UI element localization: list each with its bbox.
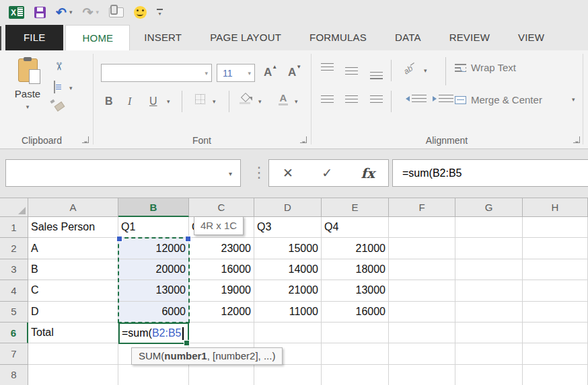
cell-H2[interactable] (523, 238, 588, 259)
cell-G3[interactable] (455, 259, 523, 280)
cell-F7[interactable] (389, 343, 455, 364)
cell-E1[interactable]: Q4 (322, 217, 389, 238)
font-size-combobox[interactable]: 11 ▾ (217, 64, 255, 82)
increase-font-size-button[interactable]: A▲ (264, 67, 272, 78)
font-name-combobox[interactable]: ▾ (101, 64, 212, 82)
cell-D4[interactable]: 21000 (254, 280, 322, 301)
fill-handle-icon[interactable] (184, 340, 190, 346)
cell-A6[interactable]: Total (28, 323, 118, 343)
cell-C4[interactable]: 19000 (189, 280, 254, 301)
tab-home[interactable]: HOME (65, 25, 130, 50)
insert-function-icon[interactable]: fx (361, 165, 375, 181)
cell-B4[interactable]: 13000 (118, 280, 189, 301)
cell-G7[interactable] (455, 343, 523, 364)
fill-color-icon[interactable] (240, 93, 253, 104)
top-align-icon[interactable] (321, 62, 334, 71)
bottom-align-icon[interactable] (370, 71, 383, 79)
borders-icon[interactable] (195, 94, 205, 104)
underline-button[interactable]: U (149, 96, 157, 107)
save-icon[interactable] (34, 7, 46, 18)
select-all-corner[interactable] (0, 198, 28, 217)
cell-E5[interactable]: 16000 (322, 302, 389, 323)
tab-data[interactable]: DATA (381, 25, 435, 50)
cell-A5[interactable]: D (28, 302, 118, 323)
font-size-dropdown-icon[interactable]: ▾ (248, 70, 251, 76)
cell-G6[interactable] (455, 323, 523, 343)
excel-app-icon[interactable]: X (9, 6, 24, 19)
cell-F5[interactable] (389, 302, 455, 323)
cell-H6[interactable] (523, 323, 588, 343)
cell-A7[interactable] (28, 343, 118, 364)
cell-G8[interactable] (455, 365, 523, 385)
formula-bar-resize-handle[interactable]: ⋮ (252, 159, 266, 186)
cancel-icon[interactable]: ✕ (283, 165, 293, 181)
cell-A2[interactable]: A (28, 238, 118, 259)
redo-dropdown-icon[interactable]: ▾ (96, 9, 99, 15)
cell-A1[interactable]: Sales Person (28, 217, 118, 238)
font-name-dropdown-icon[interactable]: ▾ (205, 70, 208, 76)
col-header-G[interactable]: G (455, 198, 523, 217)
cell-E4[interactable]: 13000 (322, 280, 389, 301)
cell-C2[interactable]: 23000 (189, 238, 254, 259)
col-header-D[interactable]: D (254, 198, 322, 217)
cell-B8[interactable] (118, 365, 189, 385)
cell-H3[interactable] (523, 259, 588, 280)
undo-button[interactable]: ↶ ▾ (56, 6, 72, 19)
enter-icon[interactable]: ✓ (322, 165, 332, 181)
cell-H4[interactable] (523, 280, 588, 301)
cut-icon[interactable]: ✂ (53, 62, 64, 71)
font-dialog-launcher-icon[interactable] (300, 136, 307, 143)
copy-icon[interactable] (54, 81, 55, 93)
customize-qat-icon[interactable]: ▾ (157, 9, 163, 17)
row-header-3[interactable]: 3 (0, 259, 28, 280)
col-header-C[interactable]: C (189, 198, 254, 217)
cell-B1[interactable]: Q1 (118, 217, 189, 238)
cell-E3[interactable]: 18000 (322, 259, 389, 280)
cell-F6[interactable] (389, 323, 455, 343)
row-header-4[interactable]: 4 (0, 280, 28, 301)
cell-D3[interactable]: 14000 (254, 259, 322, 280)
font-color-dropdown-icon[interactable]: ▾ (295, 99, 298, 105)
borders-dropdown-icon[interactable]: ▾ (213, 99, 216, 105)
cell-E8[interactable] (322, 365, 389, 385)
cell-A3[interactable]: B (28, 259, 118, 280)
paste-dropdown-icon[interactable]: ▾ (26, 104, 30, 110)
col-header-B[interactable]: B (118, 198, 189, 217)
cell-B5[interactable]: 6000 (118, 302, 189, 323)
cell-H7[interactable] (523, 343, 588, 364)
tab-formulas[interactable]: FORMULAS (295, 25, 381, 50)
cell-D8[interactable] (254, 365, 322, 385)
cell-G4[interactable] (455, 280, 523, 301)
cell-B3[interactable]: 20000 (118, 259, 189, 280)
fill-color-dropdown-icon[interactable]: ▾ (258, 99, 262, 105)
cell-G2[interactable] (455, 238, 523, 259)
redo-button[interactable]: ↷ ▾ (82, 6, 98, 19)
tab-file[interactable]: FILE (5, 25, 63, 50)
row-header-5[interactable]: 5 (0, 302, 28, 323)
middle-align-icon[interactable] (345, 67, 358, 75)
cell-C6[interactable] (189, 323, 254, 343)
cell-D5[interactable]: 11000 (254, 302, 322, 323)
cell-A4[interactable]: C (28, 280, 118, 301)
orientation-icon[interactable]: ab (402, 63, 414, 76)
font-color-icon[interactable]: A (277, 93, 289, 105)
cell-G5[interactable] (455, 302, 523, 323)
cell-D2[interactable]: 15000 (254, 238, 322, 259)
merge-center-button[interactable]: Merge & Center (471, 94, 542, 105)
row-header-2[interactable]: 2 (0, 238, 28, 259)
clipboard-dialog-launcher-icon[interactable] (82, 136, 89, 143)
cell-C8[interactable] (189, 365, 254, 385)
formula-input[interactable]: =sum(B2:B5 (392, 159, 588, 187)
col-header-F[interactable]: F (389, 198, 455, 217)
cell-editor-B6[interactable]: =sum(B2:B5 (118, 323, 189, 344)
col-header-E[interactable]: E (322, 198, 389, 217)
cell-H8[interactable] (523, 365, 588, 385)
cell-H5[interactable] (523, 302, 588, 323)
undo-dropdown-icon[interactable]: ▾ (69, 9, 73, 15)
row-header-1[interactable]: 1 (0, 217, 28, 238)
paste-button[interactable]: Paste ▾ (9, 56, 46, 123)
cell-E7[interactable] (322, 343, 389, 364)
name-box-dropdown-icon[interactable]: ▾ (229, 171, 232, 177)
copy-dropdown-icon[interactable]: ▾ (69, 85, 73, 91)
increase-indent-icon[interactable] (439, 95, 453, 102)
